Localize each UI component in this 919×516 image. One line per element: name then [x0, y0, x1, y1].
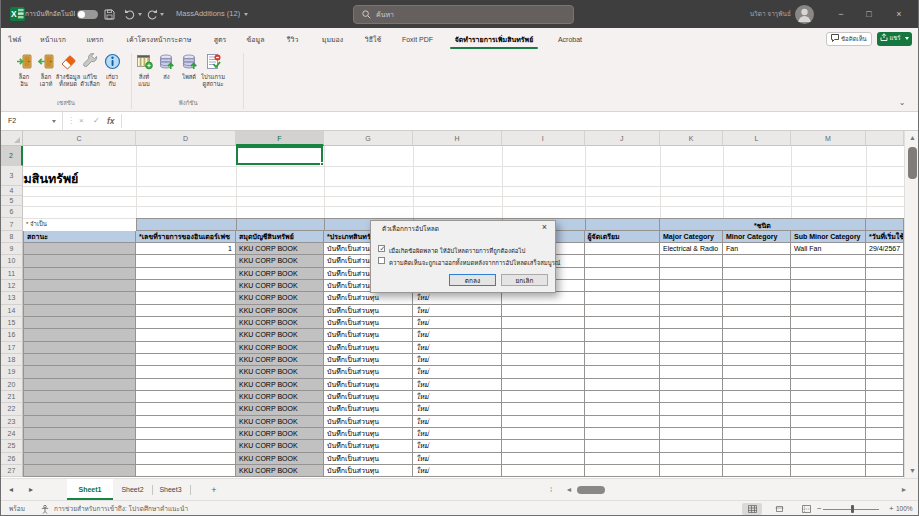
table-cell-K25[interactable]: [660, 440, 723, 452]
table-cell-M9[interactable]: Wall Fan: [791, 243, 866, 255]
table-cell-L12[interactable]: [723, 280, 791, 292]
table-cell-J12[interactable]: [585, 280, 661, 292]
title-dropdown-caret[interactable]: [244, 13, 248, 16]
table-cell-D20[interactable]: [136, 379, 236, 391]
table-cell-H20[interactable]: ใหม่: [413, 379, 502, 391]
redo-icon[interactable]: [146, 8, 158, 20]
table-cell-D22[interactable]: [136, 403, 236, 415]
table-cell-D19[interactable]: [136, 366, 236, 378]
table-cell-J13[interactable]: [585, 292, 661, 304]
table-cell-I13[interactable]: [502, 292, 585, 304]
vertical-scrollbar[interactable]: ▲ ▼: [904, 131, 919, 478]
table-cell-D18[interactable]: [136, 354, 236, 366]
table-cell-H16[interactable]: ใหม่: [413, 329, 502, 341]
table-cell-K17[interactable]: [660, 342, 723, 354]
row-header-11[interactable]: 11: [1, 268, 23, 280]
ribbon-button-info[interactable]: เกี่ยว กับ: [96, 53, 128, 97]
table-cell-M23[interactable]: [791, 416, 866, 428]
close-button[interactable]: ×: [884, 0, 914, 28]
table-cell-J15[interactable]: [585, 317, 661, 329]
table-cell-M22[interactable]: [791, 403, 866, 415]
table-cell-F17[interactable]: KKU CORP BOOK: [236, 342, 324, 354]
table-cell-C19[interactable]: [23, 366, 136, 378]
row-header-23[interactable]: 23: [1, 416, 23, 428]
table-cell-D15[interactable]: [136, 317, 236, 329]
table-cell-I27[interactable]: [502, 465, 585, 477]
column-header-F[interactable]: F: [236, 131, 324, 146]
ribbon-tab-11[interactable]: จัดทำรายการเพิ่มสินทรัพย์: [448, 28, 540, 50]
table-cell-F16[interactable]: KKU CORP BOOK: [236, 329, 324, 341]
table-cell-M16[interactable]: [791, 329, 866, 341]
table-cell-L25[interactable]: [723, 440, 791, 452]
zoom-out-button[interactable]: −: [817, 501, 822, 516]
column-header-K[interactable]: K: [660, 131, 723, 146]
selected-cell-F2[interactable]: [236, 146, 323, 165]
table-cell-N27[interactable]: [866, 465, 904, 477]
table-cell-F25[interactable]: KKU CORP BOOK: [236, 440, 324, 452]
table-cell-G14[interactable]: บันทึกเป็นส่วนทุน: [324, 305, 413, 317]
table-cell-J19[interactable]: [585, 366, 661, 378]
row-header-25[interactable]: 25: [1, 440, 23, 452]
select-all-corner[interactable]: [1, 131, 23, 146]
table-cell-D17[interactable]: [136, 342, 236, 354]
table-cell-C27[interactable]: [23, 465, 136, 477]
ribbon-button-status-monitor[interactable]: โปรแกรม ดูสถานะ: [197, 53, 229, 97]
ribbon-tab-5[interactable]: สูตร: [210, 28, 230, 50]
table-cell-C20[interactable]: [23, 379, 136, 391]
column-header-L[interactable]: L: [723, 131, 791, 146]
table-cell-J18[interactable]: [585, 354, 661, 366]
table-cell-J23[interactable]: [585, 416, 661, 428]
table-cell-M11[interactable]: [791, 268, 866, 280]
row-header-18[interactable]: 18: [1, 354, 23, 366]
table-cell-H13[interactable]: ใหม่: [413, 292, 502, 304]
accessibility-status[interactable]: การช่วยสำหรับการเข้าถึง: โปรดศึกษาคำแนะน…: [54, 501, 188, 516]
table-cell-K9[interactable]: Electrical & Radio: [660, 243, 723, 255]
row-header-27[interactable]: 27: [1, 465, 23, 477]
table-cell-F26[interactable]: KKU CORP BOOK: [236, 453, 324, 465]
row-header-16[interactable]: 16: [1, 329, 23, 341]
zoom-level[interactable]: 100%: [896, 501, 913, 516]
row-header-22[interactable]: 22: [1, 403, 23, 415]
table-cell-C26[interactable]: [23, 453, 136, 465]
table-cell-H22[interactable]: ใหม่: [413, 403, 502, 415]
table-cell-C18[interactable]: [23, 354, 136, 366]
table-cell-K27[interactable]: [660, 465, 723, 477]
ribbon-tab-1[interactable]: ไฟล์: [6, 28, 24, 50]
sheet-tab-Sheet3[interactable]: Sheet3: [152, 479, 189, 500]
table-cell-J17[interactable]: [585, 342, 661, 354]
table-cell-C17[interactable]: [23, 342, 136, 354]
table-cell-C16[interactable]: [23, 329, 136, 341]
row-header-13[interactable]: 13: [1, 292, 23, 304]
table-cell-M26[interactable]: [791, 453, 866, 465]
table-cell-I23[interactable]: [502, 416, 585, 428]
checkbox-checked[interactable]: ✓: [378, 245, 385, 252]
ribbon-collapse-chevron[interactable]: ⌄: [895, 99, 909, 109]
table-cell-N14[interactable]: [866, 305, 904, 317]
table-cell-L22[interactable]: [723, 403, 791, 415]
ribbon-tab-8[interactable]: มุมมอง: [315, 28, 350, 50]
view-page-layout-button[interactable]: [769, 503, 789, 515]
table-cell-N22[interactable]: [866, 403, 904, 415]
table-cell-I24[interactable]: [502, 428, 585, 440]
table-cell-M10[interactable]: [791, 255, 866, 267]
name-box-caret[interactable]: [52, 120, 56, 123]
table-cell-J25[interactable]: [585, 440, 661, 452]
table-cell-L10[interactable]: [723, 255, 791, 267]
table-cell-G23[interactable]: บันทึกเป็นส่วนทุน: [324, 416, 413, 428]
table-cell-F24[interactable]: KKU CORP BOOK: [236, 428, 324, 440]
undo-dropdown-caret[interactable]: [138, 13, 142, 16]
table-cell-M13[interactable]: [791, 292, 866, 304]
table-cell-K22[interactable]: [660, 403, 723, 415]
hscroll-left-arrow[interactable]: ◄: [562, 479, 576, 501]
table-cell-K20[interactable]: [660, 379, 723, 391]
ok-button[interactable]: ตกลง: [449, 274, 496, 286]
ribbon-tab-4[interactable]: เค้าโครงหน้ากระดาษ: [120, 28, 198, 50]
table-cell-N18[interactable]: [866, 354, 904, 366]
table-cell-N10[interactable]: [866, 255, 904, 267]
table-cell-D27[interactable]: [136, 465, 236, 477]
ribbon-tab-2[interactable]: หน้าแรก: [36, 28, 70, 50]
minimize-button[interactable]: −: [826, 0, 856, 28]
table-cell-L24[interactable]: [723, 428, 791, 440]
formula-bar-drag-dots[interactable]: ⋮: [67, 112, 75, 130]
table-cell-J10[interactable]: [585, 255, 661, 267]
